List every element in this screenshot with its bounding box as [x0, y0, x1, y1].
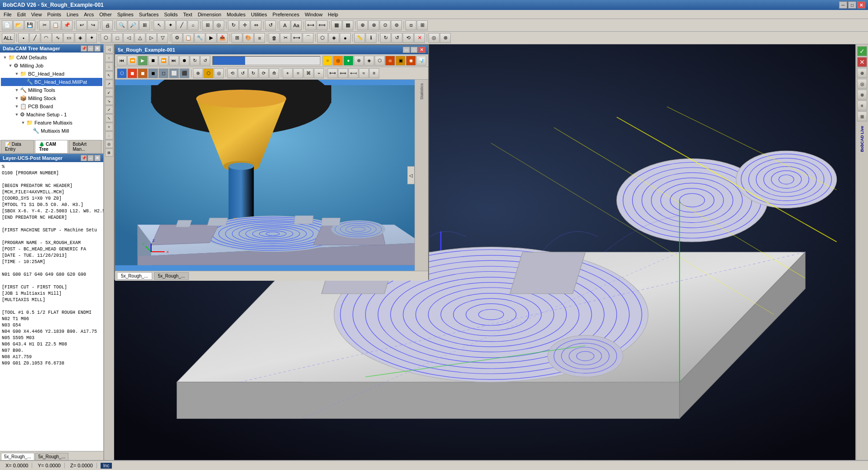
cam-tree-pin[interactable]: 📌	[81, 45, 87, 52]
menu-window[interactable]: Window	[302, 11, 325, 18]
ft-reset[interactable]: ↺	[200, 56, 210, 66]
menu-file[interactable]: File	[1, 11, 14, 18]
tb-new[interactable]: 📄	[2, 20, 13, 30]
ft-cam-7[interactable]: ⧈	[385, 56, 395, 66]
tb-circle[interactable]: ○	[188, 20, 198, 30]
menu-lines[interactable]: Lines	[64, 11, 81, 18]
tb2-view-back[interactable]: ▷	[146, 33, 157, 43]
float-status-tab-1[interactable]: 5x_Rough_...	[117, 272, 152, 280]
ft2-cube4[interactable]: ◻	[159, 68, 169, 78]
tb-cam4[interactable]: ⊚	[391, 20, 402, 30]
side-btn-4[interactable]: ↖	[105, 71, 113, 79]
tree-milling-job[interactable]: ▼ ⚙ Milling Job	[1, 62, 102, 70]
tb-font[interactable]: Aa	[291, 20, 302, 30]
tb-select[interactable]: ↖	[154, 20, 164, 30]
tb2-view-bottom[interactable]: ▽	[157, 33, 168, 43]
ft2-tool1[interactable]: ⟲	[227, 68, 237, 78]
tb2-line-sel[interactable]: ╱	[29, 33, 40, 43]
tb-cam1[interactable]: ⊕	[357, 20, 368, 30]
ft-next[interactable]: ⏩	[159, 56, 169, 66]
tree-pcb-board[interactable]: ▼ 📋 PCB Board	[1, 102, 102, 110]
tb-cut[interactable]: ✂	[39, 20, 50, 30]
tab-data-entry[interactable]: 📝 Data Entry	[1, 140, 34, 153]
tb2-cam-tool[interactable]: 🔧	[194, 33, 205, 43]
ft-cam-full[interactable]: ●	[343, 56, 353, 66]
tree-bc-head-millpat[interactable]: 🔧 BC_Head_Head.MillPat	[1, 78, 102, 86]
ft2-op3[interactable]: ⌘	[304, 68, 313, 78]
ft2-view1[interactable]: ⊕	[193, 68, 203, 78]
ft-skip-end[interactable]: ⏭	[169, 56, 179, 66]
ft2-cube6[interactable]: ⬛	[179, 68, 189, 78]
menu-modules[interactable]: Modules	[224, 11, 248, 18]
simulation-progress[interactable]	[212, 56, 320, 65]
side-btn-6[interactable]: ↙	[105, 88, 113, 96]
menu-points[interactable]: Points	[44, 11, 64, 18]
float-minimize[interactable]: ─	[403, 47, 410, 53]
minimize-button[interactable]: ─	[839, 1, 847, 9]
ft-loop[interactable]: ↻	[190, 56, 200, 66]
tb-view1[interactable]: ⧈	[405, 20, 416, 30]
side-btn-3[interactable]: ↓	[105, 62, 113, 71]
tb2-select-all[interactable]: ALL	[2, 33, 14, 43]
menu-dimension[interactable]: Dimension	[195, 11, 224, 18]
menu-other[interactable]: Other	[96, 11, 115, 18]
tb-cam2[interactable]: ⊗	[368, 20, 379, 30]
tree-expand-milling-stock[interactable]: ▼	[14, 96, 20, 101]
float-close[interactable]: ✕	[418, 47, 425, 53]
tree-content[interactable]: ▼ 📁 CAM Defaults ▼ ⚙ Milling Job ▼ 📁 BC_…	[0, 53, 103, 140]
ft-cam-8[interactable]: ▣	[395, 56, 405, 66]
live-5[interactable]: ⊞	[857, 111, 867, 121]
ft2-iso[interactable]: ⬡	[117, 68, 127, 78]
ft-cam-6[interactable]: ⬡	[375, 56, 385, 66]
tb-fill[interactable]: ▩	[342, 20, 353, 30]
tb-cam3[interactable]: ⊙	[380, 20, 391, 30]
ft2-view2[interactable]: ⬡	[203, 68, 213, 78]
tree-machine-setup[interactable]: ▼ ⚙ Machine Setup - 1	[1, 110, 102, 119]
tb-copy[interactable]: 📋	[50, 20, 61, 30]
tb2-color[interactable]: 🎨	[243, 33, 254, 43]
menu-utilities[interactable]: Utilities	[248, 11, 270, 18]
tree-multiaxis-mill[interactable]: 🔧 Multiaxis Mill	[1, 127, 102, 135]
tb2-extend[interactable]: ⟷	[291, 33, 302, 43]
tb2-red-x[interactable]: ✕	[414, 33, 425, 43]
ft-record[interactable]: ⏺	[179, 56, 189, 66]
tb2-info[interactable]: ℹ	[366, 33, 376, 43]
tb2-surf-sel[interactable]: ▭	[63, 33, 74, 43]
ft-cam-4[interactable]: ⊕	[354, 56, 364, 66]
tb2-cam-post[interactable]: 📤	[217, 33, 228, 43]
tree-expand-cam-defaults[interactable]: ▼	[2, 55, 8, 60]
tb-snap-point[interactable]: ◎	[213, 20, 224, 30]
tb2-view-top[interactable]: □	[112, 33, 123, 43]
ft-prev[interactable]: ⏪	[127, 56, 137, 66]
tb2-trim[interactable]: ✂	[280, 33, 291, 43]
side-btn-9[interactable]: ⤡	[105, 114, 113, 122]
tb-open[interactable]: 📂	[13, 20, 24, 30]
menu-edit[interactable]: Edit	[14, 11, 29, 18]
ft2-cube5[interactable]: ⬜	[169, 68, 179, 78]
ft2-extra5[interactable]: ≡	[369, 68, 379, 78]
tb-rotate[interactable]: ↻	[228, 20, 239, 30]
ft2-tool3[interactable]: ↻	[248, 68, 258, 78]
tb-mirror[interactable]: ⇔	[251, 20, 261, 30]
tb-point[interactable]: ✦	[165, 20, 176, 30]
tb2-rotate-z[interactable]: ⟲	[403, 33, 414, 43]
tree-cam-defaults[interactable]: ▼ 📁 CAM Defaults	[1, 53, 102, 62]
ft2-cube1[interactable]: ◼	[127, 68, 137, 78]
gcode-tab-2[interactable]: 5x_Rough_...	[35, 453, 69, 460]
tb-text[interactable]: A	[280, 20, 290, 30]
ft2-view3[interactable]: ◎	[214, 68, 224, 78]
tree-bc-head[interactable]: ▼ 📁 BC_Head_Head	[1, 70, 102, 78]
tb-snap-grid[interactable]: ⊞	[202, 20, 213, 30]
side-btn-2[interactable]: ↑	[105, 54, 113, 62]
ft-cam-circle[interactable]: ○	[323, 56, 333, 66]
live-x[interactable]: ✕	[857, 57, 867, 67]
tb2-delete[interactable]: 🗑	[269, 33, 280, 43]
coord-mode-box[interactable]: Inc	[101, 463, 112, 469]
tb2-cam-job[interactable]: 📋	[183, 33, 194, 43]
tb2-wire[interactable]: ⬡	[317, 33, 328, 43]
ft-cam-stats[interactable]: 📊	[416, 56, 426, 66]
tb-move[interactable]: ✛	[239, 20, 250, 30]
menu-view[interactable]: View	[29, 11, 45, 18]
tb-refresh[interactable]: ↺	[265, 20, 276, 30]
tree-expand-machine[interactable]: ▼	[14, 112, 20, 117]
